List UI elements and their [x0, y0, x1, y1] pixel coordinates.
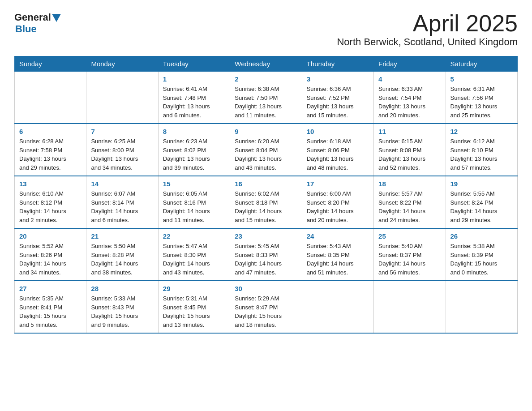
weekday-header-friday: Friday [374, 56, 446, 72]
calendar-cell: 3Sunrise: 6:36 AMSunset: 7:52 PMDaylight… [302, 72, 373, 124]
day-number: 30 [235, 285, 297, 292]
day-info: Sunrise: 5:40 AMSunset: 8:37 PMDaylight:… [378, 242, 441, 277]
day-info: Sunrise: 5:33 AMSunset: 8:43 PMDaylight:… [91, 294, 153, 329]
day-info: Sunrise: 5:43 AMSunset: 8:35 PMDaylight:… [307, 242, 369, 277]
day-info: Sunrise: 6:18 AMSunset: 8:06 PMDaylight:… [307, 137, 369, 172]
day-info: Sunrise: 6:10 AMSunset: 8:12 PMDaylight:… [19, 189, 82, 224]
day-info: Sunrise: 6:12 AMSunset: 8:10 PMDaylight:… [450, 137, 513, 172]
page-subtitle: North Berwick, Scotland, United Kingdom [337, 36, 518, 48]
day-info: Sunrise: 6:05 AMSunset: 8:16 PMDaylight:… [163, 189, 225, 224]
calendar-week-row: 27Sunrise: 5:35 AMSunset: 8:41 PMDayligh… [15, 281, 518, 333]
day-number: 1 [163, 75, 225, 83]
day-number: 21 [91, 232, 153, 240]
weekday-header-tuesday: Tuesday [158, 56, 230, 72]
calendar-cell [446, 281, 517, 333]
calendar-header-row: SundayMondayTuesdayWednesdayThursdayFrid… [15, 56, 518, 72]
day-number: 22 [163, 232, 225, 240]
calendar-cell: 28Sunrise: 5:33 AMSunset: 8:43 PMDayligh… [86, 281, 158, 333]
calendar-cell: 16Sunrise: 6:02 AMSunset: 8:18 PMDayligh… [230, 176, 302, 228]
day-info: Sunrise: 6:31 AMSunset: 7:56 PMDaylight:… [450, 85, 513, 120]
calendar-table: SundayMondayTuesdayWednesdayThursdayFrid… [14, 56, 518, 334]
day-number: 18 [378, 180, 441, 188]
calendar-week-row: 13Sunrise: 6:10 AMSunset: 8:12 PMDayligh… [15, 176, 518, 228]
calendar-cell: 11Sunrise: 6:15 AMSunset: 8:08 PMDayligh… [374, 124, 446, 176]
calendar-cell: 26Sunrise: 5:38 AMSunset: 8:39 PMDayligh… [446, 228, 517, 281]
day-number: 6 [19, 128, 82, 135]
calendar-cell: 24Sunrise: 5:43 AMSunset: 8:35 PMDayligh… [302, 228, 373, 281]
day-number: 28 [91, 285, 153, 292]
day-info: Sunrise: 5:55 AMSunset: 8:24 PMDaylight:… [450, 189, 513, 224]
day-info: Sunrise: 6:33 AMSunset: 7:54 PMDaylight:… [378, 85, 441, 120]
day-info: Sunrise: 5:35 AMSunset: 8:41 PMDaylight:… [19, 294, 82, 329]
day-info: Sunrise: 5:31 AMSunset: 8:45 PMDaylight:… [163, 294, 225, 329]
day-number: 3 [307, 75, 369, 83]
day-number: 27 [19, 285, 82, 292]
day-number: 23 [235, 232, 297, 240]
day-info: Sunrise: 5:52 AMSunset: 8:26 PMDaylight:… [19, 242, 82, 277]
logo-arrow-icon [52, 14, 61, 22]
day-info: Sunrise: 6:41 AMSunset: 7:48 PMDaylight:… [163, 85, 225, 120]
calendar-cell: 29Sunrise: 5:31 AMSunset: 8:45 PMDayligh… [158, 281, 230, 333]
weekday-header-saturday: Saturday [446, 56, 517, 72]
calendar-cell [302, 281, 373, 333]
calendar-cell: 23Sunrise: 5:45 AMSunset: 8:33 PMDayligh… [230, 228, 302, 281]
day-number: 17 [307, 180, 369, 188]
day-number: 9 [235, 128, 297, 135]
day-number: 16 [235, 180, 297, 188]
logo-general-text: General [14, 13, 51, 22]
day-number: 10 [307, 128, 369, 135]
day-number: 7 [91, 128, 153, 135]
day-info: Sunrise: 6:36 AMSunset: 7:52 PMDaylight:… [307, 85, 369, 120]
day-info: Sunrise: 5:50 AMSunset: 8:28 PMDaylight:… [91, 242, 153, 277]
day-number: 29 [163, 285, 225, 292]
calendar-cell: 10Sunrise: 6:18 AMSunset: 8:06 PMDayligh… [302, 124, 373, 176]
weekday-header-sunday: Sunday [15, 56, 86, 72]
calendar-cell: 8Sunrise: 6:23 AMSunset: 8:02 PMDaylight… [158, 124, 230, 176]
calendar-cell: 12Sunrise: 6:12 AMSunset: 8:10 PMDayligh… [446, 124, 517, 176]
calendar-week-row: 20Sunrise: 5:52 AMSunset: 8:26 PMDayligh… [15, 228, 518, 281]
day-number: 20 [19, 232, 82, 240]
calendar-cell: 30Sunrise: 5:29 AMSunset: 8:47 PMDayligh… [230, 281, 302, 333]
calendar-cell: 15Sunrise: 6:05 AMSunset: 8:16 PMDayligh… [158, 176, 230, 228]
day-info: Sunrise: 5:29 AMSunset: 8:47 PMDaylight:… [235, 294, 297, 329]
day-number: 25 [378, 232, 441, 240]
calendar-cell: 9Sunrise: 6:20 AMSunset: 8:04 PMDaylight… [230, 124, 302, 176]
page-header: General Blue April 2025 North Berwick, S… [14, 11, 518, 48]
calendar-cell: 27Sunrise: 5:35 AMSunset: 8:41 PMDayligh… [15, 281, 86, 333]
day-info: Sunrise: 5:47 AMSunset: 8:30 PMDaylight:… [163, 242, 225, 277]
calendar-cell: 21Sunrise: 5:50 AMSunset: 8:28 PMDayligh… [86, 228, 158, 281]
weekday-header-wednesday: Wednesday [230, 56, 302, 72]
calendar-cell: 2Sunrise: 6:38 AMSunset: 7:50 PMDaylight… [230, 72, 302, 124]
calendar-cell: 6Sunrise: 6:28 AMSunset: 7:58 PMDaylight… [15, 124, 86, 176]
day-info: Sunrise: 6:25 AMSunset: 8:00 PMDaylight:… [91, 137, 153, 172]
calendar-cell: 17Sunrise: 6:00 AMSunset: 8:20 PMDayligh… [302, 176, 373, 228]
day-info: Sunrise: 6:23 AMSunset: 8:02 PMDaylight:… [163, 137, 225, 172]
logo-blue-text: Blue [14, 23, 37, 35]
day-info: Sunrise: 6:07 AMSunset: 8:14 PMDaylight:… [91, 189, 153, 224]
day-number: 11 [378, 128, 441, 135]
day-info: Sunrise: 5:57 AMSunset: 8:22 PMDaylight:… [378, 189, 441, 224]
calendar-cell [15, 72, 86, 124]
calendar-cell: 18Sunrise: 5:57 AMSunset: 8:22 PMDayligh… [374, 176, 446, 228]
day-number: 5 [450, 75, 513, 83]
day-number: 15 [163, 180, 225, 188]
calendar-cell: 5Sunrise: 6:31 AMSunset: 7:56 PMDaylight… [446, 72, 517, 124]
calendar-week-row: 6Sunrise: 6:28 AMSunset: 7:58 PMDaylight… [15, 124, 518, 176]
day-info: Sunrise: 6:00 AMSunset: 8:20 PMDaylight:… [307, 189, 369, 224]
calendar-cell: 14Sunrise: 6:07 AMSunset: 8:14 PMDayligh… [86, 176, 158, 228]
calendar-cell: 19Sunrise: 5:55 AMSunset: 8:24 PMDayligh… [446, 176, 517, 228]
calendar-cell [374, 281, 446, 333]
day-number: 4 [378, 75, 441, 83]
day-number: 19 [450, 180, 513, 188]
day-info: Sunrise: 6:15 AMSunset: 8:08 PMDaylight:… [378, 137, 441, 172]
day-info: Sunrise: 5:38 AMSunset: 8:39 PMDaylight:… [450, 242, 513, 277]
logo: General Blue [14, 11, 61, 35]
calendar-cell: 22Sunrise: 5:47 AMSunset: 8:30 PMDayligh… [158, 228, 230, 281]
calendar-cell: 25Sunrise: 5:40 AMSunset: 8:37 PMDayligh… [374, 228, 446, 281]
weekday-header-thursday: Thursday [302, 56, 373, 72]
calendar-cell: 7Sunrise: 6:25 AMSunset: 8:00 PMDaylight… [86, 124, 158, 176]
day-number: 2 [235, 75, 297, 83]
calendar-week-row: 1Sunrise: 6:41 AMSunset: 7:48 PMDaylight… [15, 72, 518, 124]
calendar-cell: 13Sunrise: 6:10 AMSunset: 8:12 PMDayligh… [15, 176, 86, 228]
day-info: Sunrise: 6:38 AMSunset: 7:50 PMDaylight:… [235, 85, 297, 120]
